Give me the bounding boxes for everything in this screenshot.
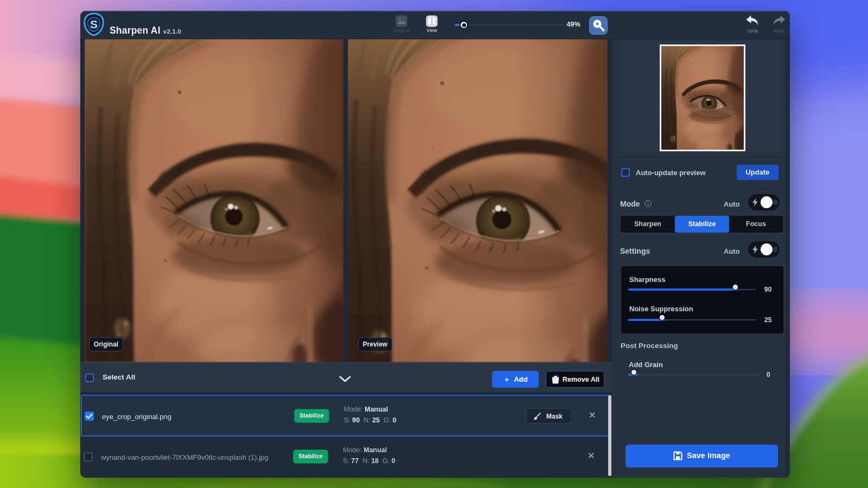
svg-text:S: S <box>90 18 98 30</box>
